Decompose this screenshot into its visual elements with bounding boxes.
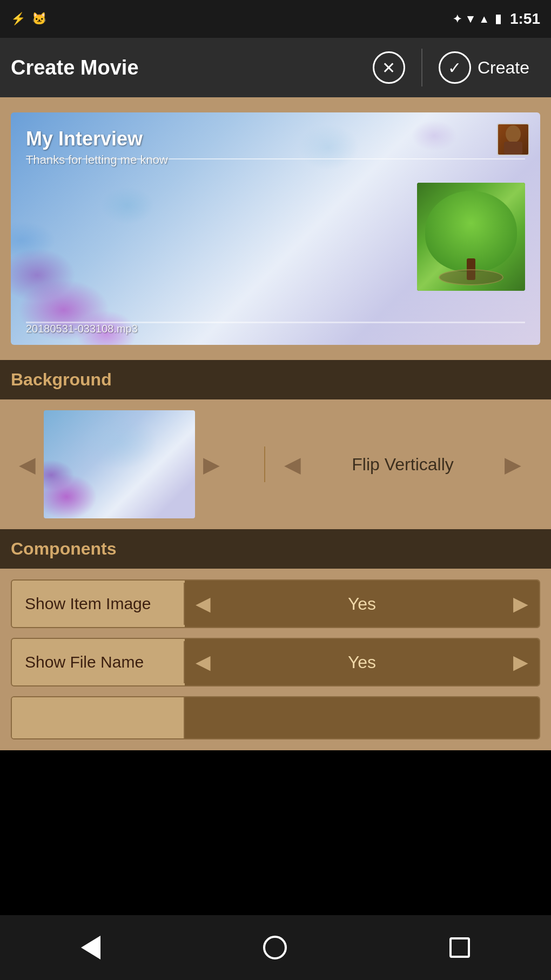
status-bar-right: ✦ ▾ ▲ ▮ 1:51 [453,10,540,28]
close-x-icon: ✕ [382,58,395,77]
show-item-image-control: ◀ Yes ▶ [185,581,539,627]
signal-icon: ▲ [479,13,489,25]
bluetooth-icon: ✦ [453,12,462,25]
background-controls: ◀ ▶ ◀ Flip Vertically ▶ [0,399,551,529]
status-bar: ⚡ 🐱 ✦ ▾ ▲ ▮ 1:51 [0,0,551,38]
background-thumbnail [44,410,195,518]
flip-selector: ◀ Flip Vertically ▶ [264,446,540,482]
status-bar-left: ⚡ 🐱 [11,12,46,26]
show-file-name-control: ◀ Yes ▶ [185,639,539,685]
create-button[interactable]: ✓ Create [428,46,540,89]
partial-control [185,697,539,738]
show-file-name-next[interactable]: ▶ [513,651,528,674]
tree-bowl [439,269,503,285]
components-section: Show Item Image ◀ Yes ▶ Show File Name ◀… [0,569,551,750]
page-title: Create Movie [11,56,362,79]
partial-row [11,696,540,739]
show-item-image-next[interactable]: ▶ [513,592,528,615]
top-bar: Create Movie ✕ ✓ Create [0,38,551,97]
close-circle-icon: ✕ [373,51,405,84]
divider [421,49,422,86]
partial-label [12,697,185,738]
components-label: Components [11,539,117,558]
preview-area: My Interview Thanks for letting me know [0,97,551,360]
show-item-image-row: Show Item Image ◀ Yes ▶ [11,579,540,628]
preview-title: My Interview [26,128,143,150]
preview-card: My Interview Thanks for letting me know [11,112,540,345]
back-icon [81,936,100,959]
background-selector: ◀ ▶ [11,410,264,518]
recent-nav-button[interactable] [449,937,470,958]
bg-prev-button[interactable]: ◀ [11,446,44,482]
create-button-label: Create [478,58,529,78]
home-nav-button[interactable] [263,936,287,959]
preview-filename: 20180531-033108.mp3 [26,323,138,335]
show-item-image-prev[interactable]: ◀ [196,592,211,615]
home-icon [263,936,287,959]
check-circle-icon: ✓ [439,51,471,84]
status-time: 1:51 [510,10,540,28]
show-file-name-label: Show File Name [12,641,185,683]
recent-icon [449,937,470,958]
tree-image [417,183,525,291]
show-item-image-label: Show Item Image [12,583,185,625]
check-icon: ✓ [448,58,461,77]
bg-thumbnail-inner [44,410,195,518]
avatar [497,123,529,156]
show-file-name-prev[interactable]: ◀ [196,651,211,674]
svg-rect-1 [504,142,522,155]
close-button[interactable]: ✕ [362,46,416,89]
back-nav-button[interactable] [81,936,100,959]
bottom-nav [0,915,551,980]
preview-subtitle: Thanks for letting me know [26,153,168,167]
background-section-header: Background [0,360,551,399]
bg-next-button[interactable]: ▶ [195,446,228,482]
lightning-icon: ⚡ [11,12,25,26]
wifi-icon: ▾ [467,12,473,26]
battery-charging-icon: ▮ [495,12,501,26]
svg-point-0 [506,125,521,143]
components-section-header: Components [0,529,551,569]
cat-icon: 🐱 [32,12,46,26]
show-file-name-value: Yes [211,652,513,672]
show-item-image-value: Yes [211,594,513,614]
avatar-silhouette-icon [500,124,527,155]
show-file-name-row: Show File Name ◀ Yes ▶ [11,638,540,686]
background-label: Background [11,370,112,389]
flip-next-button[interactable]: ▶ [496,446,529,482]
flip-label: Flip Vertically [352,455,454,475]
flip-prev-button[interactable]: ◀ [276,446,309,482]
